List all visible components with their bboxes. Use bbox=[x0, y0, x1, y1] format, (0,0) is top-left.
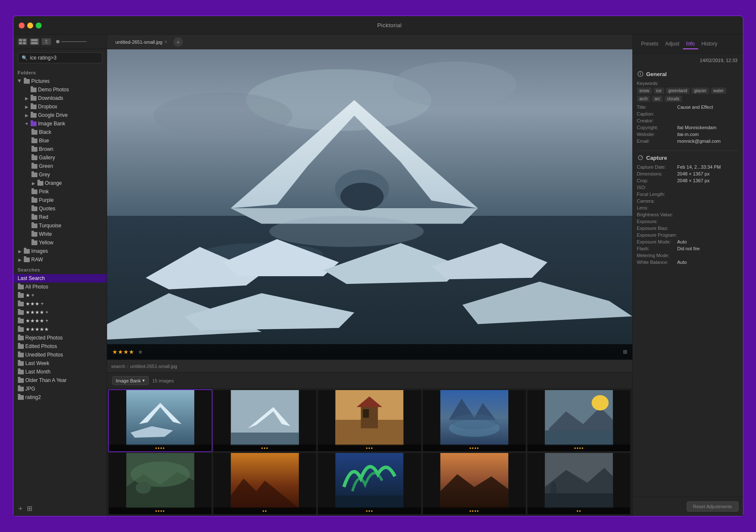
sidebar-item-edited[interactable]: Edited Photos bbox=[14, 342, 107, 351]
metering-mode-row: Metering Mode: bbox=[637, 253, 739, 258]
search-box[interactable]: 🔍 ice rating>3 bbox=[18, 52, 102, 63]
thumbnail-5[interactable]: ●●●● bbox=[527, 390, 630, 451]
view-icon-2[interactable] bbox=[30, 38, 39, 45]
sidebar-item-star5[interactable]: ★★★★★ bbox=[14, 325, 107, 334]
zoom-slider[interactable] bbox=[56, 40, 87, 43]
thumbnail-3[interactable]: ●●● bbox=[318, 390, 421, 451]
sidebar-item-quotes[interactable]: Quotes bbox=[27, 204, 107, 213]
sidebar-item-black[interactable]: Black bbox=[27, 128, 107, 136]
copyright-row: Copyright: Itai Monnickendam bbox=[637, 125, 739, 130]
sidebar-item-images[interactable]: ▶ Images bbox=[14, 247, 107, 255]
sidebar-item-star4p[interactable]: ★★★★ + bbox=[14, 308, 107, 317]
view-icon-1[interactable] bbox=[18, 38, 27, 45]
thumbnail-2[interactable]: ●●● bbox=[213, 390, 316, 451]
sidebar-item-demo-photos[interactable]: ▶ Demo Photos bbox=[20, 85, 107, 94]
folder-icon bbox=[31, 232, 37, 237]
folder-icon bbox=[31, 130, 37, 135]
copyright-label: Copyright: bbox=[637, 125, 677, 130]
sidebar-item-dropbox[interactable]: ▶ Dropbox bbox=[20, 102, 107, 111]
thumbnail-9[interactable]: ●●●● bbox=[423, 453, 526, 514]
svg-point-39 bbox=[451, 414, 498, 430]
minimize-button[interactable] bbox=[27, 23, 33, 28]
thumbnail-10[interactable]: ●● bbox=[527, 453, 630, 514]
keyword-arc: arc bbox=[652, 96, 663, 102]
thumb-rating: ●● bbox=[213, 507, 316, 514]
search-item-label: Older Than A Year bbox=[25, 377, 67, 383]
sidebar-item-downloads[interactable]: ▶ Downloads bbox=[20, 94, 107, 102]
app-container: Picktorial bbox=[13, 15, 744, 517]
sidebar-item-last-month[interactable]: Last Month bbox=[14, 368, 107, 376]
sidebar-item-white[interactable]: White bbox=[27, 230, 107, 238]
add-tab-button[interactable]: + bbox=[173, 37, 183, 47]
sidebar-item-google-drive[interactable]: ▶ Google Drive bbox=[20, 111, 107, 119]
sidebar-item-rating2[interactable]: rating2 bbox=[14, 393, 107, 402]
image-tab[interactable]: untitled-2651-small.jpg ✕ bbox=[110, 38, 173, 46]
grid-view-button[interactable]: ⊞ bbox=[27, 504, 32, 512]
tab-adjust[interactable]: Adjust bbox=[662, 39, 682, 49]
sidebar-item-rejected[interactable]: Rejected Photos bbox=[14, 334, 107, 342]
app-title: Picktorial bbox=[42, 22, 738, 28]
thumbnail-6[interactable]: ●●●● bbox=[109, 453, 212, 514]
white-balance-value: Auto bbox=[677, 260, 739, 265]
tab-history[interactable]: History bbox=[698, 39, 721, 49]
thumbnail-7[interactable]: ●● bbox=[213, 453, 316, 514]
sidebar-item-pink[interactable]: Pink bbox=[27, 187, 107, 196]
star-empty[interactable]: ★ bbox=[138, 348, 143, 355]
sidebar-item-star4[interactable]: ★★★★ + bbox=[14, 317, 107, 325]
tab-close-button[interactable]: ✕ bbox=[164, 40, 167, 44]
sidebar-item-pictures[interactable]: ▶ Pictures bbox=[14, 77, 107, 85]
sidebar-bottom-actions: + ⊞ bbox=[14, 504, 107, 512]
sidebar-item-raw[interactable]: ▶ RAW bbox=[14, 255, 107, 264]
svg-point-8 bbox=[393, 62, 516, 108]
sidebar-item-turquoise[interactable]: Turquoise bbox=[27, 221, 107, 230]
sidebar-item-star2[interactable]: ★ + bbox=[14, 291, 107, 300]
search-item-label: Rejected Photos bbox=[25, 335, 63, 341]
thumbnail-8[interactable]: ●●● bbox=[318, 453, 421, 514]
maximize-button[interactable] bbox=[36, 23, 42, 28]
sidebar-item-purple[interactable]: Purple bbox=[27, 196, 107, 204]
star-filled[interactable]: ★★★★ bbox=[112, 348, 134, 355]
sidebar-item-all-photos[interactable]: All Photos bbox=[14, 283, 107, 291]
sidebar-item-grey[interactable]: Grey bbox=[27, 170, 107, 179]
folder-icon bbox=[31, 190, 37, 194]
brightness-row: Brightness Value: bbox=[637, 212, 739, 217]
sidebar-item-gallery[interactable]: Gallery bbox=[27, 153, 107, 162]
sidebar-item-jpg[interactable]: JPG bbox=[14, 385, 107, 393]
search-item-label: Last Week bbox=[25, 360, 49, 366]
search-input[interactable]: ice rating>3 bbox=[30, 55, 57, 61]
folder-label: Green bbox=[39, 163, 53, 169]
sidebar-item-last-week[interactable]: Last Week bbox=[14, 359, 107, 368]
thumbnail-1[interactable]: ●●●● bbox=[109, 390, 212, 451]
sidebar-item-yellow[interactable]: Yellow bbox=[27, 238, 107, 247]
sidebar-item-star3[interactable]: ★★★ + bbox=[14, 300, 107, 308]
sidebar-item-green[interactable]: Green bbox=[27, 162, 107, 170]
edit-icon[interactable]: ⊞ bbox=[623, 349, 627, 355]
bank-label: Image Bank bbox=[116, 378, 141, 383]
add-button[interactable]: + bbox=[19, 505, 23, 512]
sidebar-item-brown[interactable]: Brown bbox=[27, 145, 107, 153]
sidebar-item-blue[interactable]: Blue bbox=[27, 136, 107, 145]
capture-date-label: Capture Date: bbox=[637, 164, 677, 170]
thumbnail-4[interactable]: ●●●● bbox=[423, 390, 526, 451]
sidebar-item-older[interactable]: Older Than A Year bbox=[14, 376, 107, 385]
image-overlay-toolbar: ★★★★ ★ ⊞ bbox=[107, 344, 632, 359]
chevron-down-icon: ▾ bbox=[142, 378, 145, 383]
sidebar-item-orange[interactable]: ▶ Orange bbox=[27, 179, 107, 187]
tab-presets[interactable]: Presets bbox=[638, 39, 662, 49]
image-tabs-bar: untitled-2651-small.jpg ✕ + bbox=[107, 35, 632, 49]
sidebar-item-last-search[interactable]: Last Search bbox=[14, 274, 107, 283]
folder-label: Purple bbox=[39, 197, 54, 203]
reset-adjustments-button[interactable]: Reset Adjustments bbox=[687, 501, 739, 512]
sidebar-item-unedited[interactable]: Unedited Photos bbox=[14, 351, 107, 359]
sidebar-item-red[interactable]: Red bbox=[27, 213, 107, 221]
caption-label: Caption: bbox=[637, 111, 677, 116]
image-bank-selector[interactable]: Image Bank ▾ bbox=[112, 376, 149, 385]
title-bar: Picktorial bbox=[14, 16, 743, 35]
sidebar-item-image-bank[interactable]: ▼ Image Bank bbox=[20, 119, 107, 128]
close-button[interactable] bbox=[19, 23, 25, 28]
general-section: General Keywords: snow ice greenland gla… bbox=[637, 71, 739, 144]
main-layout: 🔍 ice rating>3 Folders ▶ Pictures ▶ Demo… bbox=[14, 35, 743, 516]
keywords-row: Keywords: bbox=[637, 81, 739, 86]
tab-info[interactable]: Info bbox=[683, 39, 698, 49]
share-icon[interactable] bbox=[42, 38, 51, 45]
